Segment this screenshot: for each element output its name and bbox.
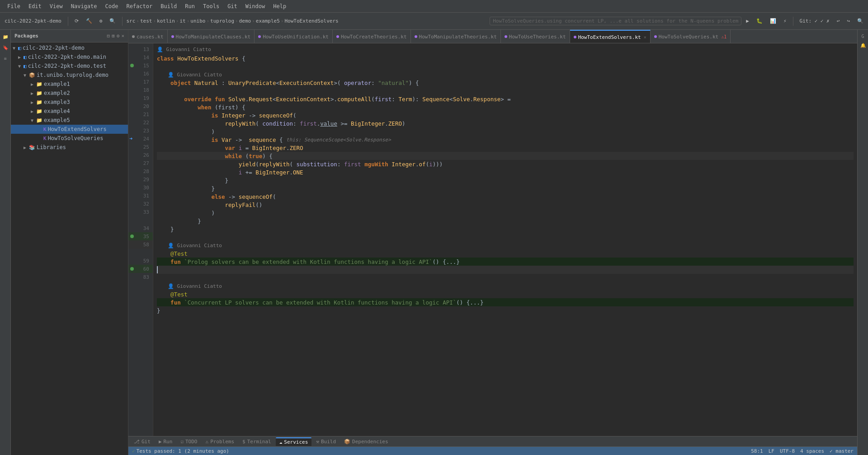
tree-solve-queries[interactable]: ▶ K HowToSolveQueries <box>11 134 128 143</box>
debug-btn[interactable]: 🐛 <box>754 17 765 25</box>
tab-manipulate-clauses[interactable]: HowToManipulateClauses.kt <box>168 30 255 43</box>
tree-example5[interactable]: ▼ 📁 example5 <box>11 116 128 125</box>
ln-31: 31 <box>128 192 153 200</box>
bottom-tab-build[interactable]: ⚒ Build <box>312 438 340 446</box>
tree-root[interactable]: ▼ ◧ cilc-2022-2pkt-demo <box>11 43 128 52</box>
tab-create-theories[interactable]: HowToCreateTheories.kt <box>333 30 411 43</box>
bottom-tab-run[interactable]: ▶ Run <box>155 438 176 446</box>
tree-test[interactable]: ▼ ◧ cilc-2022-2pkt-demo.test <box>11 61 128 70</box>
body-35: () {...} <box>433 258 460 265</box>
breadcrumb-item-7[interactable]: example5 <box>256 18 280 24</box>
search-input[interactable]: HowToSolveQueries.using concurrent LP, .… <box>490 17 741 25</box>
build-btn[interactable]: 🔨 <box>83 17 95 25</box>
bottom-tab-git[interactable]: ⎇ Git <box>130 438 154 446</box>
search-everywhere-btn[interactable]: 🔍 <box>107 17 118 25</box>
breadcrumb-item-3[interactable]: it <box>179 18 185 24</box>
panel-collapse-btn[interactable]: ⊟ <box>107 33 110 39</box>
module-icon-test: ◧ <box>24 63 27 69</box>
bottom-tab-terminal[interactable]: $ Terminal <box>239 438 275 446</box>
breadcrumb-item-4[interactable]: unibo <box>190 18 205 24</box>
breadcrumb-item-6[interactable]: demo <box>239 18 251 24</box>
sidebar-icon-bookmarks[interactable]: 🔖 <box>0 42 10 52</box>
bottom-tab-problems[interactable]: ⚠ Problems <box>202 438 238 446</box>
breadcrumb-item-0[interactable]: src <box>126 18 135 24</box>
git-status[interactable]: Git: ✓ ✓ ✗ <box>797 17 832 25</box>
settings-btn[interactable]: ⚙ <box>97 17 105 25</box>
code-line-31: ) <box>157 209 854 217</box>
right-icon-notifications[interactable]: 🔔 <box>859 41 868 50</box>
menu-refactor[interactable]: Refactor <box>123 2 156 10</box>
project-name-label[interactable]: cilc-2022-2pkt-demo <box>2 17 64 25</box>
redo-btn[interactable]: ↪ <box>844 17 853 25</box>
coverage-btn[interactable]: 📊 <box>767 17 779 25</box>
tab-causes[interactable]: causes.kt <box>128 30 168 43</box>
menu-file[interactable]: File <box>4 2 24 10</box>
menu-navigate[interactable]: Navigate <box>67 2 101 10</box>
main-area: 📁 🔖 ≡ Packages ⊟ ⊞ ⚙ × ▼ ◧ cilc-2022-2pk… <box>0 30 868 455</box>
tree-example3[interactable]: ▶ 📁 example3 <box>11 98 128 107</box>
status-line-ending[interactable]: LF <box>769 448 774 454</box>
cursor-text: 58:1 <box>751 448 763 454</box>
profile-btn[interactable]: ⚡ <box>781 17 789 25</box>
panel-settings-icon[interactable]: ⚙ <box>117 33 120 39</box>
sidebar-icon-packages[interactable]: 📁 <box>0 32 10 42</box>
menu-help[interactable]: Help <box>269 2 290 10</box>
tab-manipulate-theories[interactable]: HowToManipulateTheories.kt <box>411 30 501 43</box>
sync-btn[interactable]: ⟳ <box>72 17 81 25</box>
tab-label-mc: HowToManipulateClauses.kt <box>176 34 251 40</box>
panel-close-btn[interactable]: × <box>121 33 124 39</box>
panel-expand-btn[interactable]: ⊞ <box>112 33 115 39</box>
breadcrumb-item-8[interactable]: HowToExtendSolvers <box>284 18 338 24</box>
bottom-tab-todo[interactable]: ☑ TODO <box>177 438 201 446</box>
toolbar-separator-1 <box>68 17 68 26</box>
status-test-result[interactable]: ✓ Tests passed: 1 (2 minutes ago) <box>132 448 229 454</box>
tree-example1[interactable]: ▶ 📁 example1 <box>11 80 128 89</box>
menu-git[interactable]: Git <box>224 2 241 10</box>
search-btn[interactable]: 🔍 <box>854 17 866 25</box>
tab-close-es[interactable]: × <box>644 35 646 40</box>
menu-run[interactable]: Run <box>181 2 198 10</box>
code-line-58[interactable] <box>157 266 854 274</box>
tab-extend-solvers[interactable]: HowToExtendSolvers.kt × <box>570 30 651 43</box>
bottom-tabs: ⎇ Git ▶ Run ☑ TODO ⚠ Problems $ Termin <box>128 436 857 447</box>
toolbar-separator-2 <box>122 17 123 26</box>
colon-2: : <box>371 80 378 86</box>
code-content[interactable]: 👤 Giovanni Ciatto class HowToExtendSolve… <box>153 43 857 436</box>
bottom-tab-services[interactable]: ☁ Services <box>276 437 312 446</box>
breadcrumb-item-2[interactable]: kotlin <box>157 18 175 24</box>
ln-15: 15 <box>128 61 153 70</box>
menu-window[interactable]: Window <box>242 2 269 10</box>
undo-btn[interactable]: ↩ <box>834 17 843 25</box>
tree-main[interactable]: ▶ ◧ cilc-2022-2pkt-demo.main <box>11 52 128 61</box>
tree-extend-solvers[interactable]: ▶ K HowToExtendSolvers <box>11 125 128 134</box>
lt3: < <box>449 96 453 103</box>
tree-example4[interactable]: ▶ 📁 example4 <box>11 107 128 116</box>
cls-bigint-23: BigInteger <box>252 145 286 151</box>
tab-use-theories[interactable]: HowToUseTheories.kt <box>501 30 570 43</box>
run-config-btn[interactable]: ▶ <box>743 17 752 25</box>
status-cursor[interactable]: 58:1 <box>751 448 763 454</box>
bottom-tab-deps[interactable]: 📦 Dependencies <box>340 438 392 446</box>
tree-package[interactable]: ▼ 📦 it.unibo.tuprolog.demo <box>11 70 128 80</box>
menu-code[interactable]: Code <box>102 2 122 10</box>
tree-libraries[interactable]: ▶ 📚 Libraries <box>11 143 128 152</box>
menu-build[interactable]: Build <box>157 2 180 10</box>
tab-solve-queries[interactable]: HowToSolveQueries.kt ⚠1 <box>651 30 731 43</box>
tree-example2[interactable]: ▶ 📁 example2 <box>11 89 128 98</box>
status-branch[interactable]: ✓ master <box>830 448 854 454</box>
folder-icon-ex2: 📁 <box>36 90 42 96</box>
right-icon-gradle[interactable]: G <box>859 32 868 41</box>
breadcrumb-item-5[interactable]: tuprolog <box>210 18 234 24</box>
tab-unification[interactable]: HowToUseUnification.kt <box>255 30 333 43</box>
sidebar-icon-structure[interactable]: ≡ <box>0 53 10 63</box>
menu-tools[interactable]: Tools <box>199 2 223 10</box>
indent-28: } <box>157 185 215 192</box>
var-i-25: i <box>429 161 433 168</box>
menu-view[interactable]: View <box>46 2 66 10</box>
status-encoding[interactable]: UTF-8 <box>780 448 795 454</box>
menu-edit[interactable]: Edit <box>25 2 45 10</box>
cls-zero: ZERO <box>388 120 402 127</box>
breadcrumb-item-1[interactable]: test <box>140 18 152 24</box>
status-indent[interactable]: 4 spaces <box>800 448 824 454</box>
cls-one: ONE <box>293 169 303 176</box>
